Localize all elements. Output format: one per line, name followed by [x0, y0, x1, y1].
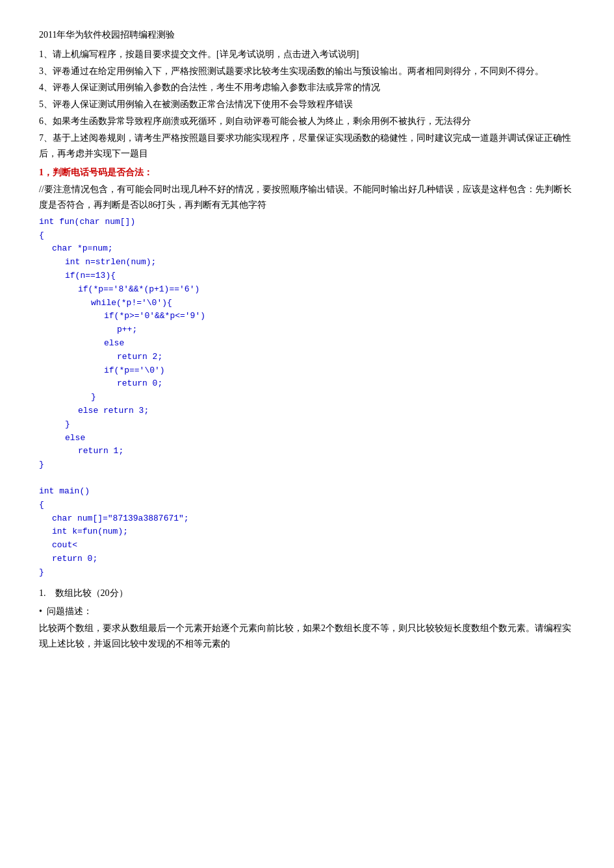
problem2-description: 比较两个数组，要求从数组最后一个元素开始逐个元素向前比较，如果2个数组长度不等，… [39, 621, 572, 652]
code-line-4: int n=strlen(num); [65, 256, 572, 269]
code-line-14: } [91, 391, 572, 404]
code-line-8: if(*p>='0'&&*p<='9') [104, 310, 572, 323]
code-line-6: if(*p=='8'&&*(p+1)=='6') [78, 283, 572, 297]
main-line-3: char num[]="87139a3887671"; [52, 512, 572, 526]
code-line-18: return 1; [78, 445, 572, 458]
rule-1: 1、请上机编写程序，按题目要求提交文件。[详见考试说明，点击进入考试说明] [39, 47, 572, 62]
code-line-10: else [104, 337, 572, 351]
problem1-title: 1，判断电话号码是否合法： [39, 165, 572, 180]
problem2-title: 数组比较（20分） [55, 588, 128, 598]
code-line-15: else return 3; [78, 404, 572, 418]
rule-5: 5、评卷人保证测试用例输入在被测函数正常合法情况下使用不会导致程序错误 [39, 97, 572, 112]
problem2-number: 1. [39, 588, 46, 598]
main-line-6: return 0; [52, 552, 572, 566]
page-title: 2011年华为软件校园招聘编程测验 [39, 27, 572, 43]
rule-7: 7、基于上述阅卷规则，请考生严格按照题目要求功能实现程序，尽量保证实现函数的稳健… [39, 130, 572, 162]
problem2-bullet-label: 问题描述： [47, 606, 92, 616]
main-line-4: int k=fun(num); [52, 525, 572, 539]
code-line-16: } [65, 418, 572, 432]
code-line-12: if(*p=='\0') [104, 364, 572, 378]
code-fun: int fun(char num[]) { char *p=num; int n… [39, 216, 572, 472]
problem2-header: 1. 数组比较（20分） [39, 586, 572, 601]
code-line-11: return 2; [117, 351, 572, 364]
page-content: 2011年华为软件校园招聘编程测验 1、请上机编写程序，按题目要求提交文件。[详… [39, 27, 572, 652]
code-line-3: char *p=num; [52, 242, 572, 256]
code-main: int main() { char num[]="87139a3887671";… [39, 485, 572, 580]
code-line-1: int fun(char num[]) [39, 216, 572, 229]
rule-4: 4、评卷人保证测试用例输入参数的合法性，考生不用考虑输入参数非法或异常的情况 [39, 80, 572, 95]
code-line-7: while(*p!='\0'){ [91, 297, 572, 310]
code-line-17: else [65, 432, 572, 445]
code-line-2: { [39, 229, 572, 243]
main-line-7: } [39, 566, 572, 580]
rule-3: 3、评卷通过在给定用例输入下，严格按照测试题要求比较考生实现函数的输出与预设输出… [39, 64, 572, 79]
code-line-5: if(n==13){ [65, 269, 572, 283]
problem2-bullet: • 问题描述： [39, 604, 572, 619]
main-line-2: { [39, 499, 572, 512]
main-line-1: int main() [39, 485, 572, 499]
code-line-9: p++; [117, 323, 572, 337]
code-line-19: } [39, 458, 572, 472]
code-line-13: return 0; [117, 377, 572, 391]
problem1-comment: //要注意情况包含，有可能会同时出现几种不好的情况，要按照顺序输出错误。不能同时… [39, 182, 572, 213]
rule-6: 6、如果考生函数异常导致程序崩溃或死循环，则自动评卷可能会被人为终止，剩余用例不… [39, 114, 572, 129]
main-line-5: cout< [52, 539, 572, 552]
